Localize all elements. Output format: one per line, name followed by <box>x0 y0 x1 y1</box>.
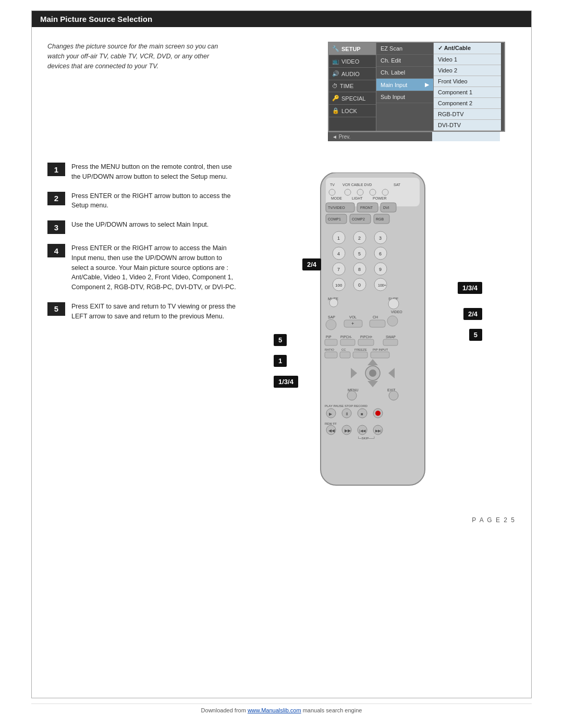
osd-ezscan: EZ Scan <box>376 43 433 55</box>
svg-rect-60 <box>370 320 385 327</box>
svg-text:▶▶: ▶▶ <box>345 428 351 433</box>
svg-text:PIP: PIP <box>326 335 331 339</box>
page-number: P A G E 2 5 <box>47 516 516 524</box>
step-5-text: Press EXIT to save and return to TV view… <box>71 302 240 322</box>
step-4-number: 4 <box>47 244 65 257</box>
svg-rect-74 <box>325 352 337 358</box>
osd-time: ⏱ TIME <box>329 80 376 92</box>
download-bar: Downloaded from www.Manualslib.com manua… <box>31 704 532 717</box>
osd-menu: 🔧 SETUP 📺 VIDEO 🔊 AUDIO ⏱ <box>328 42 505 132</box>
osd-chlabel: Ch. Label <box>376 67 433 79</box>
svg-rect-75 <box>340 352 350 358</box>
svg-text:SAT: SAT <box>394 183 401 187</box>
svg-text:■: ■ <box>361 412 363 416</box>
lock-icon: 🔒 <box>332 107 339 114</box>
download-suffix: manuals search engine <box>301 707 362 713</box>
osd-chedit: Ch. Edit <box>376 55 433 67</box>
callout-134-right: 1/3/4 <box>458 282 482 294</box>
svg-text:PIPCH+: PIPCH+ <box>360 335 373 339</box>
svg-text:7: 7 <box>337 267 340 272</box>
svg-text:▶: ▶ <box>329 412 333 416</box>
svg-point-96 <box>375 411 381 416</box>
svg-text:0: 0 <box>358 282 361 288</box>
callout-5-right: 5 <box>469 329 482 341</box>
svg-text:1: 1 <box>337 236 340 241</box>
speaker-icon: 🔊 <box>332 70 339 77</box>
svg-text:PIP INPUT: PIP INPUT <box>373 348 388 351</box>
svg-text:FREEZE: FREEZE <box>354 348 367 351</box>
svg-text:FRONT: FRONT <box>360 206 373 209</box>
svg-text:2: 2 <box>358 236 361 241</box>
osd-video-label: VIDEO <box>341 58 359 65</box>
svg-point-7 <box>357 189 363 195</box>
arrow-right-icon: ▶ <box>425 81 429 88</box>
svg-text:POWER: POWER <box>373 196 386 200</box>
osd-rgbdtv: RGB-DTV <box>434 109 501 120</box>
svg-text:RGB: RGB <box>376 217 384 221</box>
svg-text:VIDEO: VIDEO <box>391 310 402 314</box>
svg-text:100: 100 <box>335 283 342 288</box>
step-2-text: Press ENTER or the RIGHT arrow button to… <box>71 191 240 211</box>
svg-text:SAP: SAP <box>328 315 335 319</box>
svg-point-50 <box>329 299 338 307</box>
svg-text:SWAP: SWAP <box>386 335 396 339</box>
osd-special: 🔑 SPECIAL <box>329 92 376 105</box>
step-3-number: 3 <box>47 220 65 234</box>
manualslib-link[interactable]: www.Manualslib.com <box>248 707 301 713</box>
svg-text:TV/VIDEO: TV/VIDEO <box>328 206 345 209</box>
svg-text:VOL: VOL <box>349 315 357 319</box>
callout-5-left: 5 <box>274 334 287 346</box>
step-2-number: 2 <box>47 192 65 205</box>
download-text: Downloaded from <box>201 707 248 713</box>
svg-rect-69 <box>383 339 398 346</box>
svg-rect-67 <box>340 339 355 346</box>
svg-text:MODE: MODE <box>331 196 342 200</box>
osd-col2: EZ Scan Ch. Edit Ch. Label Main Input ▶ <box>376 43 433 131</box>
osd-comp1: Component 1 <box>434 87 501 98</box>
osd-setup: 🔧 SETUP <box>329 43 376 55</box>
osd-antcable: Ant/Cable <box>434 43 501 54</box>
svg-point-61 <box>387 316 398 326</box>
svg-text:6: 6 <box>379 251 382 256</box>
svg-text:DVI: DVI <box>383 206 389 209</box>
callout-24-right: 2/4 <box>463 308 482 320</box>
svg-text:3: 3 <box>379 236 382 241</box>
svg-point-86 <box>347 391 357 400</box>
step-2: 2 Press ENTER or the RIGHT arrow button … <box>47 191 240 211</box>
svg-text:COMP1: COMP1 <box>328 217 341 221</box>
remote-wrapper: TV VCR CABLE DVD SAT MODE LIGHT POWER <box>274 162 482 506</box>
osd-col1: 🔧 SETUP 📺 VIDEO 🔊 AUDIO ⏱ <box>329 43 376 131</box>
svg-text:▶▶|: ▶▶| <box>375 429 382 433</box>
svg-text:◀◀: ◀◀ <box>328 428 335 433</box>
osd-setup-label: SETUP <box>341 46 361 52</box>
remote-image: TV VCR CABLE DVD SAT MODE LIGHT POWER <box>310 172 435 496</box>
osd-video1: Video 1 <box>434 54 501 65</box>
osd-col3: Ant/Cable Video 1 Video 2 Front Video Co… <box>433 43 501 131</box>
osd-video: 📺 VIDEO <box>329 55 376 68</box>
tv-icon: 📺 <box>332 58 339 65</box>
callout-134-left: 1/3/4 <box>274 376 298 388</box>
step-3: 3 Use the UP/DOWN arrows to select Main … <box>47 220 240 234</box>
osd-frontvideo: Front Video <box>434 76 501 87</box>
osd-maininput: Main Input ▶ <box>376 79 433 91</box>
svg-text:COMP2: COMP2 <box>352 217 365 221</box>
svg-point-52 <box>388 299 399 309</box>
clock-icon: ⏱ <box>332 83 338 89</box>
osd-lock: 🔒 LOCK <box>329 105 376 117</box>
osd-menu-area: 🔧 SETUP 📺 VIDEO 🔊 AUDIO ⏱ <box>328 42 505 141</box>
svg-text:RATIO: RATIO <box>325 348 334 351</box>
callout-24-left: 2/4 <box>302 258 321 270</box>
svg-text:5: 5 <box>358 251 361 256</box>
svg-point-6 <box>345 189 351 195</box>
section-title: Main Picture Source Selection <box>32 11 531 27</box>
svg-point-5 <box>329 189 335 195</box>
callout-1-left: 1 <box>274 355 287 367</box>
step-5-number: 5 <box>47 302 65 316</box>
svg-point-83 <box>369 369 376 377</box>
svg-text:4: 4 <box>337 251 340 256</box>
osd-special-label: SPECIAL <box>341 95 365 102</box>
remote-area: TV VCR CABLE DVD SAT MODE LIGHT POWER <box>240 162 516 506</box>
osd-dvidtv: DVI-DTV <box>434 120 501 131</box>
svg-text:⏸: ⏸ <box>345 412 349 416</box>
svg-text:LIGHT: LIGHT <box>352 196 363 200</box>
